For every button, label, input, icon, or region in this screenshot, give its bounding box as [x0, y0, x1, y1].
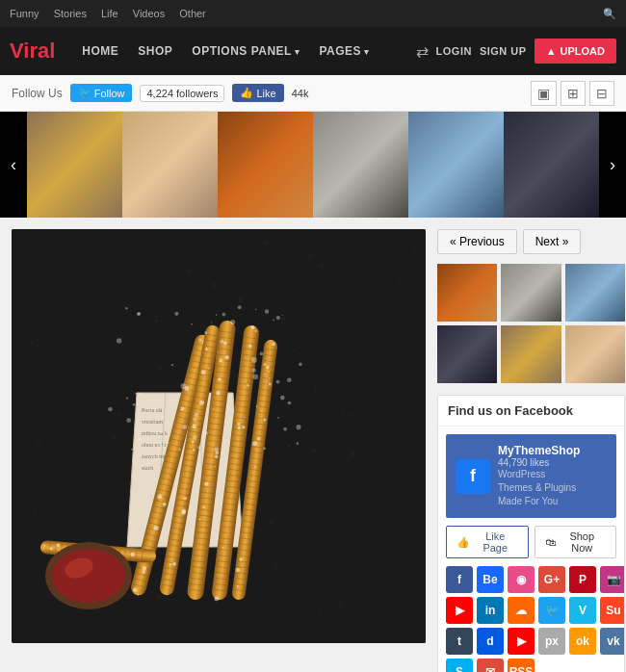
behance-social-icon[interactable]: Be	[477, 566, 504, 593]
view-list-button[interactable]: ⊟	[589, 81, 614, 106]
social-icons-grid: f Be ◉ G+ P 📷 ▶ in ☁ 🐦 V Su t d ▶ px ok …	[446, 566, 616, 672]
digg-social-icon[interactable]: d	[477, 628, 504, 655]
churros-canvas	[12, 229, 426, 643]
nav-pages[interactable]: PAGES	[311, 39, 377, 63]
twitter-icon: 🐦	[78, 87, 91, 99]
email-social-icon[interactable]: ✉	[477, 659, 504, 672]
slider-thumb-6[interactable]	[504, 112, 599, 218]
vimeo-social-icon[interactable]: V	[569, 597, 596, 624]
follow-left: Follow Us 🐦 Follow 4,224 followers 👍 Lik…	[12, 84, 308, 102]
slider-thumb-3[interactable]	[218, 112, 313, 218]
signup-button[interactable]: SIGN UP	[480, 45, 527, 57]
top-navigation: Funny Stories Life Videos Other 🔍	[0, 0, 626, 27]
slider-thumb-1[interactable]	[27, 112, 122, 218]
fb-thumb-icon: 👍	[240, 87, 253, 99]
fb-page-info: MyThemeShop 44,790 likes WordPress Theme…	[498, 444, 580, 508]
facebook-social-icon[interactable]: f	[446, 566, 473, 593]
prev-button[interactable]: « Previous	[437, 229, 517, 254]
linkedin-social-icon[interactable]: in	[477, 597, 504, 624]
login-button[interactable]: LOGIN	[436, 45, 472, 57]
main-navigation: Viral HOME SHOP OPTIONS PANEL PAGES ⇄ LO…	[0, 27, 626, 75]
tumblr-social-icon[interactable]: t	[446, 628, 473, 655]
top-nav-stories[interactable]: Stories	[54, 8, 87, 19]
nav-home[interactable]: HOME	[74, 39, 126, 63]
nav-right: ⇄ LOGIN SIGN UP ▲ UPLOAD	[416, 39, 616, 64]
slider-prev-button[interactable]: ‹	[0, 112, 27, 218]
youtube2-social-icon[interactable]: ▶	[446, 597, 473, 624]
skype-social-icon[interactable]: S	[446, 659, 473, 672]
stumbleupon-social-icon[interactable]: Su	[600, 597, 625, 624]
main-image	[12, 229, 426, 643]
fb-page-likes: 44,790 likes	[498, 457, 580, 468]
sidebar: « Previous Next » Find us on Facebook f …	[437, 229, 625, 672]
upload-icon: ▲	[546, 45, 557, 57]
thumb-5[interactable]	[501, 325, 561, 383]
next-button[interactable]: Next »	[523, 229, 582, 254]
facebook-like-button[interactable]: 👍 Like	[232, 84, 283, 102]
slider-next-button[interactable]: ›	[599, 112, 626, 218]
nav-links: HOME SHOP OPTIONS PANEL PAGES	[74, 39, 415, 63]
facebook-count: 44k	[292, 88, 309, 99]
thumb-3[interactable]	[565, 264, 625, 322]
facebook-widget: Find us on Facebook f MyThemeShop 44,790…	[437, 395, 625, 672]
follow-label: Follow Us	[12, 87, 63, 100]
view-toggles: ▣ ⊞ ⊟	[531, 81, 614, 106]
500px-social-icon[interactable]: px	[538, 628, 565, 655]
top-nav-videos[interactable]: Videos	[133, 8, 165, 19]
shuffle-icon[interactable]: ⇄	[416, 42, 429, 61]
fb-thumb-small-icon: 👍	[456, 536, 470, 549]
thumb-4[interactable]	[437, 325, 497, 383]
twitter-follow-button[interactable]: 🐦 Follow	[70, 84, 133, 102]
logo[interactable]: Viral	[10, 39, 55, 64]
shopping-icon: 🛍	[545, 536, 556, 548]
follow-bar: Follow Us 🐦 Follow 4,224 followers 👍 Lik…	[0, 75, 626, 112]
top-nav-life[interactable]: Life	[101, 8, 118, 19]
thumb-6[interactable]	[565, 325, 625, 383]
rss-social-icon[interactable]: RSS	[508, 659, 535, 672]
vk-social-icon[interactable]: vk	[600, 628, 625, 655]
main-image-area	[12, 229, 426, 672]
pagination-nav: « Previous Next »	[437, 229, 625, 254]
fb-page-desc: WordPress Themes & Plugins Made For You	[498, 468, 580, 508]
top-nav-other[interactable]: Other	[179, 8, 206, 19]
view-single-button[interactable]: ▣	[531, 81, 557, 106]
fb-page-box: f MyThemeShop 44,790 likes WordPress The…	[446, 434, 616, 518]
thumb-1[interactable]	[437, 264, 497, 322]
slider-thumb-5[interactable]	[408, 112, 504, 218]
youtube-social-icon[interactable]: ▶	[508, 628, 535, 655]
slider-thumb-4[interactable]	[313, 112, 408, 218]
upload-button[interactable]: ▲ UPLOAD	[535, 39, 616, 64]
top-nav-links: Funny Stories Life Videos Other	[10, 8, 218, 19]
logo-text: iral	[23, 39, 55, 63]
twitter-follower-count: 4,224 followers	[140, 85, 224, 102]
top-nav-funny[interactable]: Funny	[10, 8, 39, 19]
soundcloud-social-icon[interactable]: ☁	[508, 597, 535, 624]
fb-widget-header: Find us on Facebook	[438, 396, 624, 426]
twitter-social-icon[interactable]: 🐦	[538, 597, 565, 624]
slider-thumb-2[interactable]	[122, 112, 218, 218]
odnoklassniki-social-icon[interactable]: ok	[569, 628, 596, 655]
fb-page-name: MyThemeShop	[498, 444, 580, 457]
instagram-social-icon[interactable]: 📷	[600, 566, 625, 593]
main-content: « Previous Next » Find us on Facebook f …	[0, 218, 626, 672]
thumbnail-grid	[437, 264, 625, 383]
dribbble-social-icon[interactable]: ◉	[508, 566, 535, 593]
slider-images	[27, 112, 599, 218]
logo-v: V	[10, 39, 23, 63]
fb-page-logo: f	[456, 459, 490, 494]
nav-options[interactable]: OPTIONS PANEL	[184, 39, 307, 63]
search-icon[interactable]: 🔍	[603, 8, 616, 20]
thumb-2[interactable]	[501, 264, 561, 322]
fb-like-page-button[interactable]: 👍 Like Page	[446, 526, 529, 558]
view-grid-button[interactable]: ⊞	[561, 81, 586, 106]
image-slider: ‹ ›	[0, 112, 626, 218]
fb-actions: 👍 Like Page 🛍 Shop Now	[446, 526, 616, 558]
nav-shop[interactable]: SHOP	[130, 39, 180, 63]
googleplus-social-icon[interactable]: G+	[538, 566, 565, 593]
pinterest-social-icon[interactable]: P	[569, 566, 596, 593]
fb-shop-button[interactable]: 🛍 Shop Now	[535, 526, 617, 558]
